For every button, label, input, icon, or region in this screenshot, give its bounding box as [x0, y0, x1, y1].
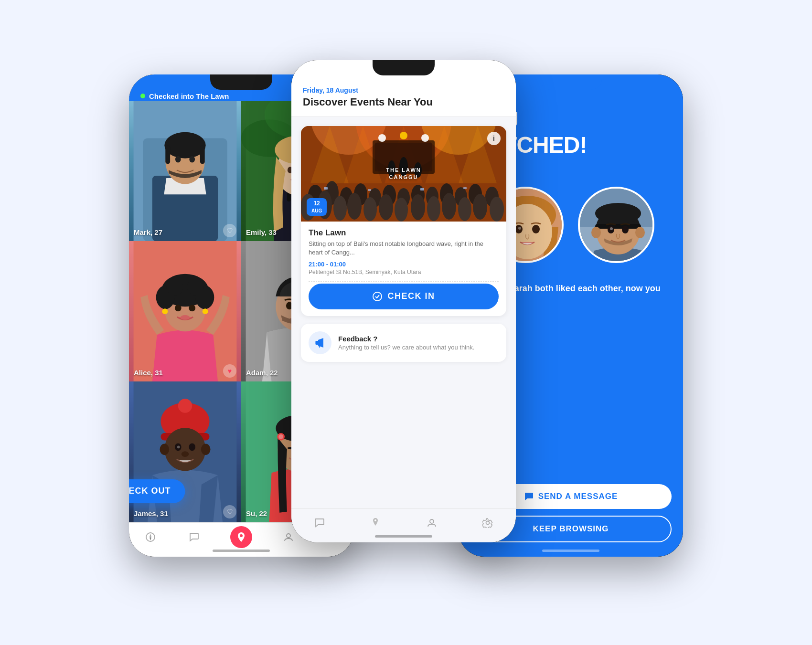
svg-point-91: [458, 197, 471, 221]
feedback-card[interactable]: Feedback ? Anything to tell us? we care …: [301, 324, 506, 362]
nav-chat[interactable]: [187, 530, 201, 544]
svg-rect-6: [200, 145, 205, 164]
nav-compass[interactable]: [144, 530, 157, 544]
svg-point-26: [162, 308, 168, 314]
svg-point-99: [315, 341, 318, 345]
feedback-icon: [309, 331, 331, 354]
svg-point-53: [240, 534, 243, 537]
feedback-desc: Anything to tell us? we care about what …: [338, 344, 474, 351]
svg-point-108: [532, 225, 540, 233]
event-time: 21:00 - 01:00: [309, 261, 499, 268]
nav2-profile[interactable]: [425, 516, 438, 529]
nav2-location[interactable]: [369, 516, 382, 529]
event-address: Petitenget St No.51B, Seminyak, Kuta Uta…: [309, 269, 499, 275]
like-james[interactable]: ♡: [223, 505, 236, 518]
svg-point-63: [400, 132, 407, 139]
svg-point-27: [203, 308, 208, 314]
checked-prefix: Checked into: [149, 92, 196, 100]
svg-point-7: [175, 156, 181, 162]
nav2-settings[interactable]: [481, 516, 494, 529]
event-date-badge: 12 AUG: [307, 198, 327, 216]
svg-point-4: [164, 132, 205, 158]
svg-point-100: [374, 519, 376, 521]
svg-point-40: [160, 444, 170, 455]
event-desc: Sitting on top of Bali's most notable lo…: [309, 240, 499, 257]
feedback-title: Feedback ?: [338, 335, 474, 343]
svg-point-29: [189, 305, 195, 311]
checkout-button[interactable]: ⊖ CHECK OUT: [129, 479, 185, 503]
svg-point-62: [378, 134, 386, 142]
notch-1: [210, 74, 272, 90]
svg-point-83: [333, 196, 347, 221]
svg-point-41: [201, 444, 211, 455]
name-su: Su, 22: [246, 509, 267, 518]
user-avatar-illustration: [580, 189, 654, 263]
svg-rect-97: [463, 187, 467, 189]
avatar-user: [578, 187, 654, 263]
feedback-text: Feedback ? Anything to tell us? we care …: [338, 335, 474, 351]
svg-point-101: [430, 519, 434, 523]
notch-3: [540, 74, 602, 90]
svg-point-45: [182, 451, 189, 457]
megaphone-icon: [314, 337, 326, 349]
venue-name: The Lawn: [196, 92, 229, 100]
profile-card-mark[interactable]: Mark, 27 ♡: [129, 101, 241, 241]
svg-point-54: [287, 534, 290, 538]
home-bar-3: [542, 550, 599, 552]
checkin-icon: [372, 291, 383, 302]
home-bar-1: [213, 550, 270, 552]
svg-point-86: [379, 194, 393, 220]
svg-point-102: [486, 521, 490, 525]
svg-rect-94: [324, 187, 328, 190]
svg-point-64: [421, 134, 429, 142]
discover-title: Discover Events Near You: [303, 96, 504, 108]
nav-profile[interactable]: [282, 530, 295, 544]
name-alice: Alice, 31: [134, 369, 163, 377]
svg-point-118: [622, 226, 629, 233]
nav2-chat[interactable]: [313, 516, 326, 529]
svg-point-38: [178, 399, 192, 412]
home-bar-2: [375, 535, 432, 538]
like-mark[interactable]: ♡: [223, 224, 236, 237]
phones-container: Checked into The Lawn: [119, 36, 693, 609]
svg-point-84: [347, 193, 362, 220]
svg-point-88: [411, 194, 425, 220]
notch-2: [373, 60, 435, 75]
svg-point-8: [189, 156, 195, 162]
svg-point-24: [166, 278, 183, 295]
alice-illustration: [129, 241, 241, 381]
name-emily: Emily, 33: [246, 228, 277, 236]
event-image: THE LAWNCANGGU i 12 AUG: [301, 126, 506, 222]
profile-card-james[interactable]: ⊖ CHECK OUT James, 31 ♡: [129, 381, 241, 522]
venue-logo: THE LAWNCANGGU: [386, 166, 421, 181]
svg-point-98: [373, 292, 382, 301]
keep-browsing-label: KEEP BROWSING: [533, 524, 609, 533]
svg-point-109: [518, 227, 521, 230]
svg-rect-5: [165, 145, 170, 164]
event-date-header: Friday, 18 August: [303, 86, 504, 94]
svg-point-113: [595, 203, 641, 224]
svg-point-115: [591, 227, 601, 238]
svg-point-28: [175, 305, 182, 311]
svg-rect-95: [368, 189, 371, 191]
nav-location-active[interactable]: [230, 526, 252, 548]
checkin-button[interactable]: CHECK IN: [309, 284, 499, 309]
screen-2: Friday, 18 August Discover Events Near Y…: [291, 60, 516, 542]
info-icon[interactable]: i: [487, 132, 501, 145]
p2-content: THE LAWNCANGGU i 12 AUG The Lawn Sitting…: [291, 116, 516, 508]
profile-card-alice[interactable]: Alice, 31 ♥: [129, 241, 241, 381]
svg-point-89: [427, 196, 440, 221]
event-name: The Lawn: [309, 228, 499, 238]
event-details: The Lawn Sitting on top of Bali's most n…: [301, 222, 506, 316]
svg-point-87: [395, 198, 408, 222]
svg-point-30: [181, 315, 190, 320]
mark-illustration: [129, 101, 241, 241]
event-card[interactable]: THE LAWNCANGGU i 12 AUG The Lawn Sitting…: [301, 126, 506, 316]
phone-2: Friday, 18 August Discover Events Near Y…: [291, 60, 516, 542]
checkout-label: CHECK OUT: [129, 486, 171, 496]
svg-point-43: [189, 444, 195, 451]
like-alice[interactable]: ♥: [223, 364, 236, 378]
svg-point-116: [635, 227, 645, 238]
svg-point-44: [177, 446, 180, 449]
svg-rect-114: [595, 224, 641, 229]
